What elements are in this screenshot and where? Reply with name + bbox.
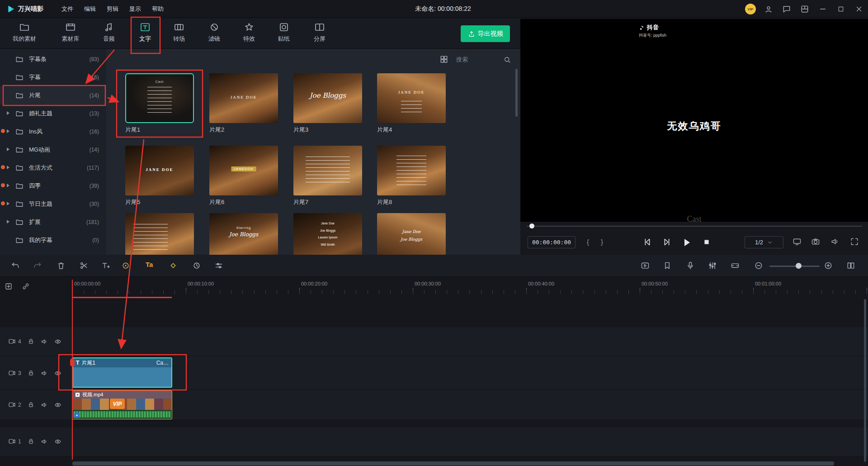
- speed-button[interactable]: [192, 261, 201, 270]
- preview-seekbar[interactable]: [527, 226, 862, 227]
- template-card[interactable]: JANE DOE 片尾4: [377, 73, 446, 134]
- zoom-out-button[interactable]: [754, 261, 763, 270]
- speaker-icon[interactable]: [830, 237, 840, 246]
- delete-button[interactable]: [57, 261, 66, 270]
- fit-timeline-button[interactable]: [731, 261, 740, 270]
- keyframe-button[interactable]: [169, 261, 178, 270]
- vip-badge[interactable]: VIP: [741, 0, 760, 18]
- eye-icon[interactable]: [54, 438, 61, 445]
- mute-icon[interactable]: [41, 370, 48, 377]
- lock-icon[interactable]: [28, 438, 34, 445]
- eye-icon[interactable]: [54, 401, 61, 409]
- playhead[interactable]: [72, 280, 73, 460]
- lock-icon[interactable]: [28, 338, 34, 345]
- render-preview-button[interactable]: [641, 261, 650, 270]
- adjust-button[interactable]: [214, 261, 223, 270]
- template-card[interactable]: JANE DOE 片尾2: [209, 73, 278, 134]
- undo-button[interactable]: [11, 261, 20, 270]
- zoom-slider[interactable]: [769, 266, 820, 267]
- menu-file[interactable]: 文件: [56, 3, 79, 15]
- sidebar-item-my-subtitles[interactable]: 我的字幕(0): [0, 231, 106, 249]
- menu-clip[interactable]: 剪辑: [101, 3, 124, 15]
- mute-icon[interactable]: [41, 338, 48, 345]
- sidebar-item-subtitle[interactable]: 字幕(16): [0, 68, 106, 86]
- seekbar-knob[interactable]: [529, 223, 534, 228]
- link-clips-button[interactable]: [22, 282, 30, 290]
- tab-library[interactable]: 素材库: [50, 22, 91, 47]
- sidebar-item-mg-animation[interactable]: MG动画(14): [0, 141, 106, 159]
- sidebar-item-subtitle-bar[interactable]: 字幕条(83): [0, 50, 106, 68]
- mark-in-button[interactable]: {: [587, 238, 589, 246]
- tab-stickers[interactable]: 贴纸: [264, 22, 304, 47]
- motion-track-button[interactable]: [121, 261, 130, 270]
- sidebar-item-holiday[interactable]: 节日主题(30): [0, 195, 106, 213]
- minimize-button[interactable]: [814, 0, 832, 18]
- lock-icon[interactable]: [28, 401, 34, 408]
- account-icon[interactable]: [760, 0, 778, 18]
- track-lane-1[interactable]: [0, 428, 868, 456]
- expand-caret-icon[interactable]: [7, 111, 9, 115]
- expand-caret-icon[interactable]: [7, 129, 9, 133]
- manage-tracks-button[interactable]: [5, 282, 13, 290]
- mute-icon[interactable]: [41, 438, 48, 445]
- next-frame-button[interactable]: [662, 237, 672, 247]
- mute-icon[interactable]: [41, 401, 48, 409]
- split-scissors-button[interactable]: [79, 261, 88, 270]
- advanced-text-button[interactable]: Ta: [146, 261, 153, 268]
- play-button[interactable]: [681, 237, 692, 248]
- zoom-in-button[interactable]: [824, 261, 833, 270]
- expand-caret-icon[interactable]: [7, 220, 9, 223]
- track-panel-toggle-button[interactable]: [846, 261, 855, 270]
- expand-caret-icon[interactable]: [7, 166, 9, 169]
- eye-icon[interactable]: [54, 338, 61, 345]
- search-input[interactable]: 搜索: [454, 54, 513, 66]
- export-video-button[interactable]: 导出视频: [461, 25, 510, 42]
- menu-edit[interactable]: 编辑: [79, 3, 101, 15]
- sidebar-item-lifestyle[interactable]: 生活方式(117): [0, 159, 106, 177]
- template-card[interactable]: 片尾7: [293, 146, 362, 206]
- timeline-vertical-scrollbar[interactable]: [864, 299, 866, 462]
- maximize-button[interactable]: [832, 0, 850, 18]
- tab-my-media[interactable]: 我的素材: [4, 22, 45, 47]
- stop-button[interactable]: [702, 237, 712, 247]
- tab-audio[interactable]: 音频: [89, 22, 129, 47]
- marker-button[interactable]: [663, 261, 672, 270]
- expand-caret-icon[interactable]: [7, 147, 9, 151]
- grid-scrollbar[interactable]: [515, 69, 518, 117]
- voiceover-mic-button[interactable]: [686, 261, 695, 270]
- previous-frame-button[interactable]: [642, 237, 652, 247]
- template-card[interactable]: Cast 片尾1: [125, 73, 194, 134]
- template-card[interactable]: JANEDOE 片尾6: [209, 146, 278, 206]
- mark-out-button[interactable]: }: [601, 238, 603, 246]
- sidebar-item-end-credits[interactable]: 片尾(14): [0, 86, 106, 105]
- redo-button[interactable]: [33, 261, 42, 270]
- template-card[interactable]: Jane Doe Joe Bloggs: [377, 213, 446, 255]
- workspace-layout-icon[interactable]: [796, 0, 814, 18]
- grid-view-icon[interactable]: [439, 55, 448, 64]
- menu-view[interactable]: 显示: [124, 3, 146, 15]
- clip-trim-handle[interactable]: [70, 358, 75, 366]
- text-clip[interactable]: T 片尾1 Ca…: [72, 357, 172, 388]
- template-card[interactable]: JANE DOE 片尾5: [125, 146, 194, 206]
- tab-split-screen[interactable]: 分屏: [299, 22, 340, 47]
- template-card[interactable]: 片尾8: [377, 146, 446, 206]
- menu-help[interactable]: 帮助: [146, 3, 169, 15]
- lock-icon[interactable]: [28, 370, 34, 376]
- zoom-slider-knob[interactable]: [796, 263, 802, 269]
- eye-icon[interactable]: [54, 370, 61, 377]
- preview-video[interactable]: 抖音 抖音号: pppfish 无效乌鸡哥 Cast: [520, 19, 868, 222]
- close-button[interactable]: [850, 0, 868, 18]
- expand-caret-icon[interactable]: [7, 202, 9, 205]
- track-lane-4[interactable]: [0, 327, 868, 356]
- template-card[interactable]: Joe Bloggs 片尾3: [293, 73, 362, 134]
- feedback-icon[interactable]: [778, 0, 796, 18]
- snapshot-camera-icon[interactable]: [811, 237, 820, 246]
- video-clip[interactable]: 视频.mp4 VIP ⚭: [72, 390, 172, 419]
- expand-caret-icon[interactable]: [7, 184, 9, 187]
- tab-transition[interactable]: 转场: [159, 22, 199, 47]
- timeline-horizontal-scrollbar[interactable]: [72, 461, 834, 466]
- display-device-icon[interactable]: [793, 237, 802, 246]
- sidebar-item-seasons[interactable]: 四季(39): [0, 177, 106, 195]
- template-card[interactable]: Jane Doe Joe Bloggs Lauren Ipsum Will Sm…: [293, 213, 362, 255]
- add-text-button[interactable]: [101, 261, 110, 270]
